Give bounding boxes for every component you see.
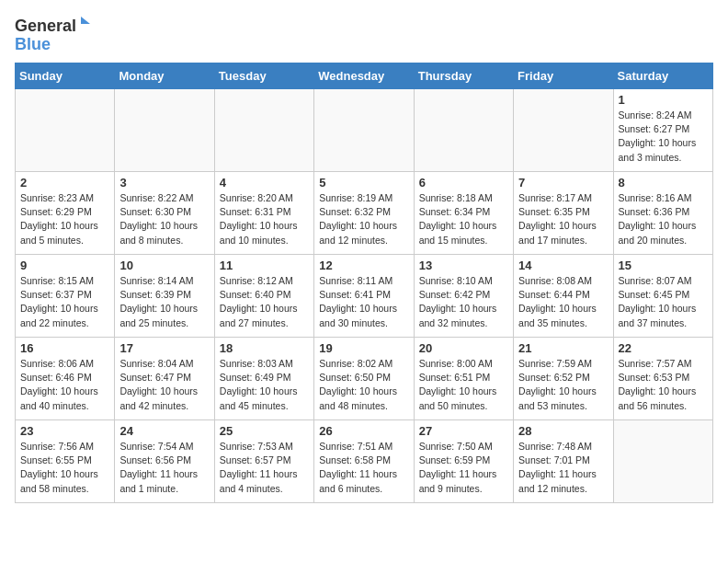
logo: GeneralBlue — [15, 15, 97, 55]
day-info: Sunrise: 8:22 AM Sunset: 6:30 PM Dayligh… — [119, 191, 209, 247]
day-info: Sunrise: 8:17 AM Sunset: 6:35 PM Dayligh… — [518, 191, 608, 247]
calendar-cell: 12Sunrise: 8:11 AM Sunset: 6:41 PM Dayli… — [314, 255, 414, 338]
calendar-week-row: 23Sunrise: 7:56 AM Sunset: 6:55 PM Dayli… — [16, 420, 713, 503]
weekday-header: Tuesday — [214, 63, 313, 89]
day-info: Sunrise: 7:50 AM Sunset: 6:59 PM Dayligh… — [419, 440, 508, 496]
day-number: 24 — [119, 424, 209, 438]
weekday-header: Monday — [115, 63, 214, 89]
day-info: Sunrise: 8:10 AM Sunset: 6:42 PM Dayligh… — [419, 274, 508, 330]
day-number: 18 — [220, 341, 309, 355]
day-info: Sunrise: 8:24 AM Sunset: 6:27 PM Dayligh… — [619, 109, 708, 165]
day-info: Sunrise: 8:03 AM Sunset: 6:49 PM Dayligh… — [220, 357, 309, 413]
calendar-cell: 26Sunrise: 7:51 AM Sunset: 6:58 PM Dayli… — [314, 420, 414, 503]
calendar-cell: 20Sunrise: 8:00 AM Sunset: 6:51 PM Dayli… — [414, 338, 513, 420]
day-info: Sunrise: 8:11 AM Sunset: 6:41 PM Dayligh… — [319, 274, 408, 330]
svg-text:General: General — [15, 17, 76, 35]
calendar-cell — [514, 89, 613, 172]
calendar-cell: 21Sunrise: 7:59 AM Sunset: 6:52 PM Dayli… — [514, 338, 613, 420]
day-number: 4 — [220, 176, 309, 190]
day-info: Sunrise: 7:59 AM Sunset: 6:52 PM Dayligh… — [518, 357, 608, 413]
calendar-cell: 6Sunrise: 8:18 AM Sunset: 6:34 PM Daylig… — [414, 172, 513, 255]
calendar-cell — [16, 89, 115, 172]
calendar-cell: 5Sunrise: 8:19 AM Sunset: 6:32 PM Daylig… — [314, 172, 414, 255]
weekday-header: Sunday — [16, 63, 115, 89]
calendar-cell: 10Sunrise: 8:14 AM Sunset: 6:39 PM Dayli… — [115, 255, 214, 338]
calendar-cell: 16Sunrise: 8:06 AM Sunset: 6:46 PM Dayli… — [16, 338, 115, 420]
calendar-cell: 3Sunrise: 8:22 AM Sunset: 6:30 PM Daylig… — [115, 172, 214, 255]
logo-svg: GeneralBlue — [15, 15, 97, 55]
day-info: Sunrise: 8:00 AM Sunset: 6:51 PM Dayligh… — [419, 357, 508, 413]
page-header: GeneralBlue — [15, 15, 713, 55]
day-number: 9 — [20, 259, 109, 272]
day-info: Sunrise: 8:16 AM Sunset: 6:36 PM Dayligh… — [619, 191, 708, 247]
day-number: 5 — [319, 176, 408, 190]
calendar-cell: 15Sunrise: 8:07 AM Sunset: 6:45 PM Dayli… — [613, 255, 712, 338]
day-number: 15 — [619, 259, 708, 272]
day-info: Sunrise: 7:51 AM Sunset: 6:58 PM Dayligh… — [319, 440, 408, 496]
day-number: 11 — [220, 259, 309, 272]
calendar-cell: 28Sunrise: 7:48 AM Sunset: 7:01 PM Dayli… — [514, 420, 613, 503]
day-info: Sunrise: 8:12 AM Sunset: 6:40 PM Dayligh… — [220, 274, 309, 330]
calendar-cell: 14Sunrise: 8:08 AM Sunset: 6:44 PM Dayli… — [514, 255, 613, 338]
day-info: Sunrise: 8:02 AM Sunset: 6:50 PM Dayligh… — [319, 357, 408, 413]
day-number: 16 — [20, 341, 109, 355]
day-info: Sunrise: 8:14 AM Sunset: 6:39 PM Dayligh… — [119, 274, 209, 330]
day-info: Sunrise: 8:04 AM Sunset: 6:47 PM Dayligh… — [119, 357, 209, 413]
calendar-week-row: 1Sunrise: 8:24 AM Sunset: 6:27 PM Daylig… — [16, 89, 713, 172]
svg-marker-1 — [81, 17, 90, 24]
calendar-cell: 22Sunrise: 7:57 AM Sunset: 6:53 PM Dayli… — [613, 338, 712, 420]
weekday-header-row: SundayMondayTuesdayWednesdayThursdayFrid… — [16, 63, 713, 89]
day-number: 19 — [319, 341, 408, 355]
day-info: Sunrise: 7:57 AM Sunset: 6:53 PM Dayligh… — [619, 357, 708, 413]
calendar-cell — [414, 89, 513, 172]
day-number: 2 — [20, 176, 109, 190]
day-info: Sunrise: 7:56 AM Sunset: 6:55 PM Dayligh… — [20, 440, 109, 496]
calendar-cell: 17Sunrise: 8:04 AM Sunset: 6:47 PM Dayli… — [115, 338, 214, 420]
day-number: 6 — [419, 176, 508, 190]
day-number: 21 — [518, 341, 608, 355]
calendar-cell — [314, 89, 414, 172]
calendar-cell: 9Sunrise: 8:15 AM Sunset: 6:37 PM Daylig… — [16, 255, 115, 338]
day-number: 27 — [419, 424, 508, 438]
day-info: Sunrise: 8:19 AM Sunset: 6:32 PM Dayligh… — [319, 191, 408, 247]
day-number: 17 — [119, 341, 209, 355]
day-number: 13 — [419, 259, 508, 272]
day-info: Sunrise: 8:15 AM Sunset: 6:37 PM Dayligh… — [20, 274, 109, 330]
calendar-table: SundayMondayTuesdayWednesdayThursdayFrid… — [15, 63, 713, 503]
day-number: 7 — [518, 176, 608, 190]
day-number: 20 — [419, 341, 508, 355]
day-number: 3 — [119, 176, 209, 190]
day-info: Sunrise: 8:23 AM Sunset: 6:29 PM Dayligh… — [20, 191, 109, 247]
calendar-cell: 18Sunrise: 8:03 AM Sunset: 6:49 PM Dayli… — [214, 338, 313, 420]
calendar-cell: 7Sunrise: 8:17 AM Sunset: 6:35 PM Daylig… — [514, 172, 613, 255]
day-info: Sunrise: 8:08 AM Sunset: 6:44 PM Dayligh… — [518, 274, 608, 330]
day-info: Sunrise: 8:07 AM Sunset: 6:45 PM Dayligh… — [619, 274, 708, 330]
svg-text:Blue: Blue — [15, 35, 51, 53]
day-number: 28 — [518, 424, 608, 438]
calendar-cell: 23Sunrise: 7:56 AM Sunset: 6:55 PM Dayli… — [16, 420, 115, 503]
day-number: 23 — [20, 424, 109, 438]
calendar-cell — [613, 420, 712, 503]
day-info: Sunrise: 7:48 AM Sunset: 7:01 PM Dayligh… — [518, 440, 608, 496]
calendar-cell: 8Sunrise: 8:16 AM Sunset: 6:36 PM Daylig… — [613, 172, 712, 255]
calendar-cell: 27Sunrise: 7:50 AM Sunset: 6:59 PM Dayli… — [414, 420, 513, 503]
day-info: Sunrise: 8:06 AM Sunset: 6:46 PM Dayligh… — [20, 357, 109, 413]
day-number: 10 — [119, 259, 209, 272]
calendar-cell: 4Sunrise: 8:20 AM Sunset: 6:31 PM Daylig… — [214, 172, 313, 255]
day-number: 12 — [319, 259, 408, 272]
day-number: 8 — [619, 176, 708, 190]
day-info: Sunrise: 7:54 AM Sunset: 6:56 PM Dayligh… — [119, 440, 209, 496]
weekday-header: Thursday — [414, 63, 513, 89]
day-number: 1 — [619, 93, 708, 107]
calendar-week-row: 2Sunrise: 8:23 AM Sunset: 6:29 PM Daylig… — [16, 172, 713, 255]
day-info: Sunrise: 8:20 AM Sunset: 6:31 PM Dayligh… — [220, 191, 309, 247]
weekday-header: Wednesday — [314, 63, 414, 89]
calendar-week-row: 9Sunrise: 8:15 AM Sunset: 6:37 PM Daylig… — [16, 255, 713, 338]
calendar-cell: 11Sunrise: 8:12 AM Sunset: 6:40 PM Dayli… — [214, 255, 313, 338]
day-number: 25 — [220, 424, 309, 438]
weekday-header: Saturday — [613, 63, 712, 89]
day-info: Sunrise: 7:53 AM Sunset: 6:57 PM Dayligh… — [220, 440, 309, 496]
calendar-week-row: 16Sunrise: 8:06 AM Sunset: 6:46 PM Dayli… — [16, 338, 713, 420]
calendar-cell — [115, 89, 214, 172]
weekday-header: Friday — [514, 63, 613, 89]
